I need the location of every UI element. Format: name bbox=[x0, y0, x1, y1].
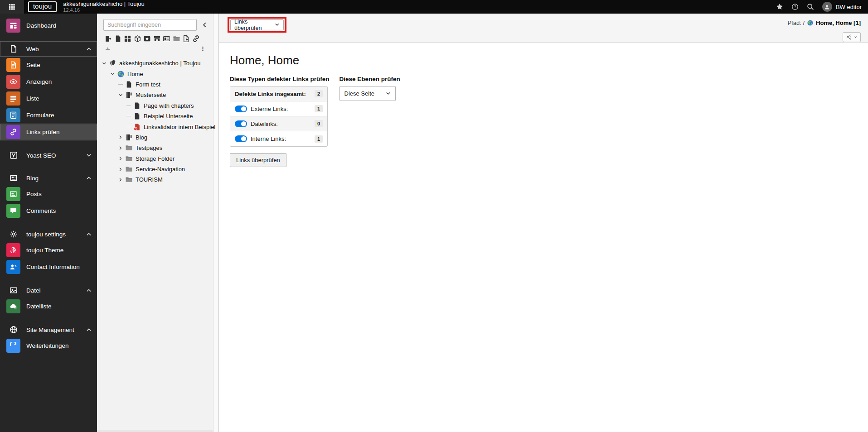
toggle-switch[interactable] bbox=[235, 120, 247, 127]
module-tile bbox=[6, 187, 20, 201]
star-box-icon[interactable] bbox=[143, 35, 151, 43]
page-tree-panel: akkeshigunakkeshicho | Toujou Home Form … bbox=[97, 14, 213, 432]
sidebar-item-weiterleitungen[interactable]: Weiterleitungen bbox=[0, 337, 97, 354]
chevron-left-icon bbox=[201, 22, 208, 28]
sidebar-section-yoast-seo[interactable]: Yoast SEO bbox=[0, 148, 97, 163]
page-dark-icon[interactable] bbox=[114, 35, 122, 43]
level-select[interactable]: Diese Seite bbox=[339, 86, 396, 101]
tree-node-page-with-chapters[interactable]: Page with chapters bbox=[97, 101, 213, 111]
newspaper-icon bbox=[10, 174, 18, 182]
tree-resize-handle[interactable] bbox=[213, 14, 219, 432]
chevron-down-icon[interactable] bbox=[117, 91, 124, 99]
chevron-down-icon bbox=[86, 153, 92, 158]
page-tree: akkeshigunakkeshicho | Toujou Home Form … bbox=[97, 53, 213, 185]
share-button[interactable] bbox=[843, 32, 861, 42]
sidebar-item-dashboard[interactable]: Dashboard bbox=[0, 17, 97, 34]
module-tile bbox=[6, 75, 20, 89]
page-flag-icon bbox=[125, 91, 133, 99]
tree-node-storage-folder[interactable]: Storage Folder bbox=[97, 154, 213, 164]
sidebar-item-links-pr-fen[interactable]: Links prüfen bbox=[0, 124, 97, 140]
sidebar-item-liste[interactable]: Liste bbox=[0, 90, 97, 107]
link-icon[interactable] bbox=[192, 35, 200, 43]
sidebar-section-blog[interactable]: Blog bbox=[0, 170, 97, 186]
tree-node-form-test[interactable]: Form test bbox=[97, 79, 213, 90]
tree-node-beispiel-unterseite[interactable]: Beispiel Unterseite bbox=[97, 111, 213, 121]
user-name: BW editor bbox=[836, 4, 862, 10]
help-button[interactable]: ? bbox=[791, 3, 799, 10]
check-levels-section: Diese Ebenen prüfen Diese Seite bbox=[339, 76, 400, 101]
module-tile bbox=[6, 204, 20, 218]
tree-node-home[interactable]: Home bbox=[97, 68, 213, 79]
chevron-right-icon[interactable] bbox=[117, 176, 124, 183]
folder-icon bbox=[125, 165, 133, 173]
module-menu-toggle-button[interactable] bbox=[0, 0, 24, 14]
user-menu[interactable]: BW editor bbox=[822, 2, 862, 12]
tree-node-testpages[interactable]: Testpages bbox=[97, 143, 213, 153]
sidebar-item-comments[interactable]: Comments bbox=[0, 202, 97, 219]
sidebar-section-site-management[interactable]: Site Management bbox=[0, 322, 97, 337]
module-tile bbox=[6, 339, 20, 353]
count-badge: 1 bbox=[315, 135, 323, 143]
module-menu: Dashboard Web Seite Anzeigen Liste Formu… bbox=[0, 14, 97, 432]
chevron-up-icon bbox=[86, 46, 92, 52]
dashboard-icon bbox=[10, 22, 17, 29]
chevron-right-icon[interactable] bbox=[117, 155, 124, 162]
chevron-up-icon bbox=[86, 327, 92, 332]
chevron-right-icon[interactable] bbox=[117, 134, 124, 141]
sidebar-item-contact-information[interactable]: Contact Information bbox=[0, 259, 97, 275]
sidebar-item-anzeigen[interactable]: Anzeigen bbox=[0, 73, 97, 90]
shortcut-page-icon[interactable] bbox=[104, 35, 112, 43]
folder-icon bbox=[125, 155, 133, 163]
tree-search-input[interactable] bbox=[103, 19, 197, 31]
tree-node-tourism[interactable]: TOURISM bbox=[97, 174, 213, 185]
chevron-right-icon[interactable] bbox=[117, 144, 124, 152]
page-plus-icon[interactable] bbox=[182, 35, 190, 43]
split-handle-icon[interactable] bbox=[104, 47, 111, 52]
toujou-logo[interactable]: toujou bbox=[28, 1, 57, 12]
tree-node-linkvalidator-intern-beispiel[interactable]: Linkvalidator intern Beispiel bbox=[97, 121, 213, 132]
star-icon bbox=[776, 3, 783, 10]
bookmark-button[interactable] bbox=[776, 3, 783, 10]
site-info: akkeshigunakkeshicho | Toujou 12.4.16 bbox=[63, 1, 144, 13]
storefront-icon[interactable] bbox=[153, 35, 161, 43]
folder-icon[interactable] bbox=[173, 35, 180, 43]
sidebar-section-datei[interactable]: Datei bbox=[0, 283, 97, 298]
tree-node-service-navigation[interactable]: Service-Navigation bbox=[97, 164, 213, 174]
chevron-down-icon bbox=[386, 91, 391, 96]
folder-icon bbox=[125, 144, 133, 152]
module-tile bbox=[6, 260, 20, 274]
chevron-up-icon bbox=[86, 288, 92, 293]
chevron-right-icon[interactable] bbox=[117, 166, 124, 173]
search-button[interactable] bbox=[807, 3, 814, 10]
module-tile bbox=[6, 108, 20, 122]
annotation-highlight-box: Links überprüfen bbox=[228, 17, 286, 33]
tree-more-button[interactable] bbox=[200, 45, 206, 53]
tree-node-blog[interactable]: Blog bbox=[97, 132, 213, 143]
toggle-switch[interactable] bbox=[235, 106, 247, 112]
grid-icon[interactable] bbox=[124, 35, 131, 43]
card-icon[interactable] bbox=[163, 35, 170, 43]
tree-node-akkeshigunakkeshicho-toujou[interactable]: akkeshigunakkeshicho | Toujou bbox=[97, 58, 213, 68]
cube-icon[interactable] bbox=[134, 35, 141, 43]
toggle-switch[interactable] bbox=[235, 135, 247, 142]
chevron-down-icon[interactable] bbox=[101, 60, 108, 67]
sidebar-item-posts[interactable]: Posts bbox=[0, 186, 97, 202]
svg-text:?: ? bbox=[794, 5, 796, 9]
function-dropdown[interactable]: Links überprüfen bbox=[230, 19, 284, 30]
sidebar-item-seite[interactable]: Seite bbox=[0, 57, 97, 73]
sidebar-item-formulare[interactable]: Formulare bbox=[0, 107, 97, 124]
sidebar-section-toujou-settings[interactable]: toujou settings bbox=[0, 226, 97, 242]
module-tile bbox=[6, 125, 20, 139]
tree-toolbar bbox=[97, 34, 213, 43]
tree-node-musterseite[interactable]: Musterseite bbox=[97, 90, 213, 100]
collapse-tree-button[interactable] bbox=[200, 21, 209, 29]
page-flag-icon bbox=[125, 134, 133, 141]
sidebar-item-toujou-theme[interactable]: toujou Theme bbox=[0, 242, 97, 259]
chevron-down-icon[interactable] bbox=[109, 70, 116, 77]
sidebar-item-dateiliste[interactable]: Dateiliste bbox=[0, 298, 97, 315]
contact-icon bbox=[10, 263, 17, 271]
check-links-button[interactable]: Links überprüfen bbox=[230, 153, 286, 167]
filelist-icon bbox=[10, 302, 17, 310]
sidebar-section-web[interactable]: Web bbox=[0, 41, 97, 57]
topbar-actions: ? BW editor bbox=[776, 2, 868, 12]
